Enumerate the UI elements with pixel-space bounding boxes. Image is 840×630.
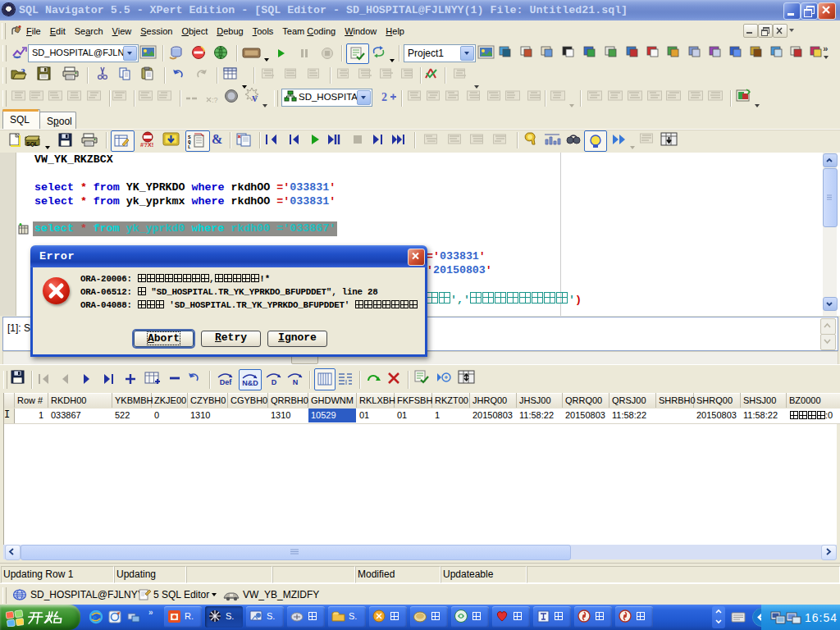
- svg-text:SQL: SQL: [188, 135, 191, 148]
- svg-text:2: 2: [381, 91, 387, 103]
- svg-text::?: :?: [212, 96, 218, 103]
- svg-text:V: V: [252, 94, 258, 103]
- svg-text:e: e: [93, 612, 97, 622]
- svg-text:#?X!: #?X!: [140, 141, 153, 148]
- svg-text:SQL: SQL: [26, 141, 39, 147]
